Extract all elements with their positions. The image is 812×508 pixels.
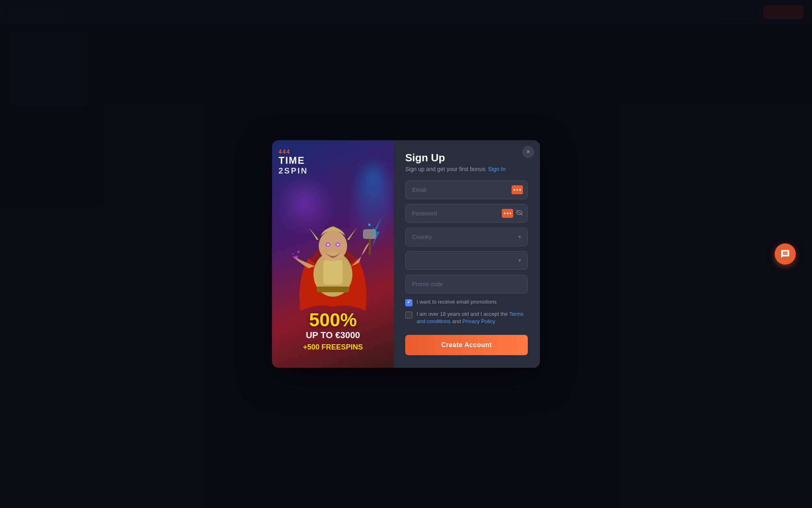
logo-prefix: 444 — [279, 148, 308, 155]
promo-input[interactable] — [405, 275, 528, 293]
terms-checkbox[interactable] — [405, 311, 412, 319]
form-title: Sign Up — [405, 152, 528, 164]
chat-support-button[interactable] — [775, 243, 796, 265]
logo-main: TIME — [279, 155, 308, 166]
currency-wrapper: EUR - Euro USD - US Dollar GBP - British… — [405, 251, 528, 270]
svg-point-16 — [373, 228, 374, 230]
email-wrapper — [405, 180, 528, 199]
promotions-label: I want to receive email promotions — [417, 298, 497, 306]
close-button[interactable]: × — [522, 146, 534, 158]
logo-sub: 2SPIN — [279, 166, 308, 176]
password-wrapper — [405, 204, 528, 223]
promo-group — [405, 275, 528, 293]
casino-logo: 444 TIME 2SPIN — [279, 148, 308, 176]
currency-group: EUR - Euro USD - US Dollar GBP - British… — [405, 251, 528, 270]
thor-illustration — [284, 197, 382, 315]
signin-link[interactable]: Sign In — [488, 166, 506, 172]
promotions-checkbox[interactable] — [405, 299, 412, 306]
promo-freespins: +500 FREESPINS — [272, 343, 394, 352]
svg-point-15 — [368, 224, 371, 226]
password-icon-group — [502, 209, 523, 218]
promo-text: 500% UP TO €3000 +500 FREESPINS — [272, 310, 394, 352]
svg-point-13 — [292, 253, 294, 255]
currency-select[interactable]: EUR - Euro USD - US Dollar GBP - British… — [405, 251, 528, 270]
promotions-checkbox-group: I want to receive email promotions — [405, 298, 528, 306]
promo-percent: 500% — [272, 310, 394, 329]
modal-overlay: 444 TIME 2SPIN — [0, 0, 812, 508]
password-group — [405, 204, 528, 223]
country-select[interactable]: Country United States United Kingdom Ger… — [405, 228, 528, 246]
email-dots-icon — [512, 185, 523, 194]
promo-amount: UP TO €3000 — [272, 330, 394, 341]
svg-rect-9 — [363, 230, 376, 239]
terms-checkbox-group: I am over 18 years old and I accept the … — [405, 310, 528, 325]
form-panel: × Sign Up Sign up and get your first bon… — [394, 140, 540, 368]
email-input[interactable] — [405, 180, 528, 199]
svg-point-12 — [295, 256, 298, 259]
password-eye-icon[interactable] — [516, 210, 523, 217]
country-wrapper: Country United States United Kingdom Ger… — [405, 228, 528, 246]
email-icon-group — [512, 185, 523, 194]
privacy-link[interactable]: Privacy Policy — [462, 318, 495, 324]
terms-label: I am over 18 years old and I accept the … — [417, 310, 528, 325]
promo-panel: 444 TIME 2SPIN — [272, 140, 394, 368]
form-subtitle: Sign up and get your first bonus Sign In — [405, 166, 528, 172]
svg-rect-2 — [323, 260, 343, 284]
svg-point-14 — [297, 251, 300, 253]
signup-modal: 444 TIME 2SPIN — [272, 140, 540, 368]
svg-rect-3 — [317, 287, 349, 292]
password-dots-icon — [502, 209, 513, 218]
svg-rect-11 — [369, 239, 371, 255]
svg-point-8 — [337, 244, 339, 246]
create-account-button[interactable]: Create Account — [405, 335, 528, 355]
country-group: Country United States United Kingdom Ger… — [405, 228, 528, 246]
email-group — [405, 180, 528, 199]
chat-icon — [780, 249, 790, 259]
svg-point-7 — [327, 244, 329, 246]
